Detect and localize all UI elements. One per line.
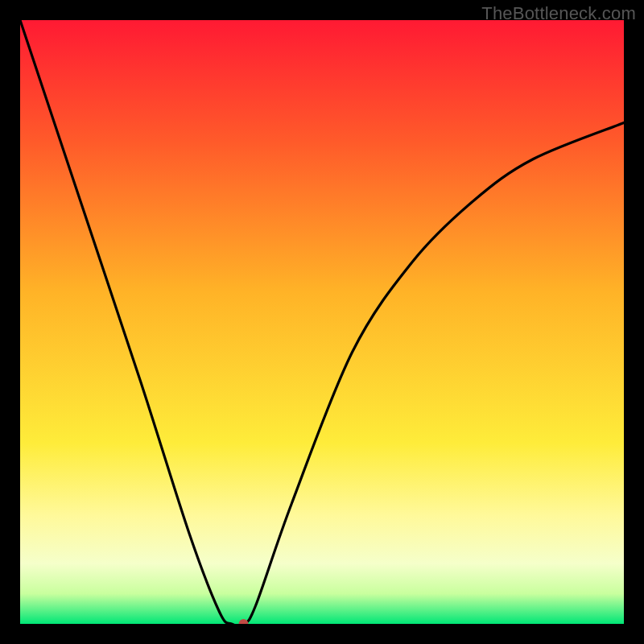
chart-background xyxy=(20,20,624,624)
watermark-text: TheBottleneck.com xyxy=(481,3,636,24)
chart-svg xyxy=(20,20,624,624)
chart-frame: TheBottleneck.com xyxy=(0,0,644,644)
plot-area xyxy=(20,20,624,624)
